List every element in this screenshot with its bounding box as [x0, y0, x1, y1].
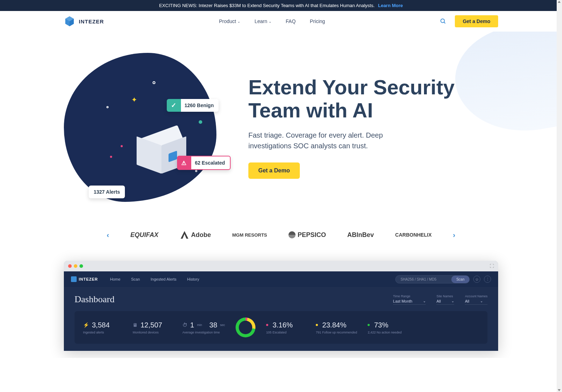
brand-name: INTEZER — [79, 18, 104, 24]
nav-right: Get a Demo — [440, 15, 498, 27]
stat-followup: 23.84% 791 Follow up recommended — [316, 321, 357, 334]
announcement-bar: EXCITING NEWS: Intezer Raises $33M to Ex… — [0, 0, 562, 11]
timer-icon: ⏱ — [182, 322, 187, 328]
hero-title: Extend Your Security Team with AI — [248, 76, 498, 122]
dash-tabs: Home Scan Ingested Alerts History — [105, 274, 204, 284]
nav-links: Product⌄ Learn⌄ FAQ Pricing — [219, 18, 325, 24]
tab-home[interactable]: Home — [105, 274, 125, 284]
dot-icon — [316, 324, 318, 326]
svg-point-3 — [441, 19, 445, 23]
hero-subtitle: Fast triage. Coverage for every alert. D… — [248, 130, 426, 151]
minimize-icon[interactable] — [74, 264, 77, 268]
logo-abinbev: ABInBev — [347, 231, 374, 239]
tab-history[interactable]: History — [182, 274, 204, 284]
adobe-icon — [180, 230, 189, 239]
cube-logo-icon — [71, 276, 77, 282]
logo-carbonhelix: CARBONHELIX — [395, 232, 432, 238]
tab-scan[interactable]: Scan — [126, 274, 145, 284]
chevron-down-icon: ⌄ — [423, 299, 426, 303]
chevron-down-icon: ⌄ — [451, 299, 454, 303]
svg-line-4 — [444, 22, 445, 23]
chevron-down-icon: ⌄ — [237, 20, 240, 23]
dash-logo: INTEZER — [71, 276, 98, 282]
hero-text: Extend Your Security Team with AI Fast t… — [248, 76, 498, 179]
expand-icon[interactable]: ⛶ — [490, 264, 494, 269]
hash-search-input[interactable]: SHA256 / SHA1 / MD5 Scan — [395, 275, 470, 283]
user-icon[interactable]: ☺ — [473, 276, 480, 283]
get-demo-button[interactable]: Get a Demo — [455, 15, 498, 27]
bolt-icon: ⚡ — [83, 322, 89, 328]
stat-noaction: 73% 2,422 No action needed — [368, 321, 407, 334]
chevron-down-icon: ⌄ — [480, 299, 483, 303]
dashboard-window: ⛶ INTEZER Home Scan Ingested Alerts Hist… — [64, 261, 498, 351]
filter-sitenames[interactable]: Site Names All⌄ — [436, 294, 454, 305]
navbar: INTEZER Product⌄ Learn⌄ FAQ Pricing Get … — [0, 11, 562, 32]
customer-logos: ‹ EQUIFAX Adobe MGM RESORTS PEPSICO ABIn… — [0, 216, 562, 254]
dashboard-header: INTEZER Home Scan Ingested Alerts Histor… — [64, 271, 498, 287]
donut-chart — [236, 318, 255, 337]
hero-section: ✦ ✦ 1327 Alerts 1260 Benign 62 Escalated… — [0, 32, 562, 216]
carousel-next[interactable]: › — [453, 231, 455, 239]
stat-monitored: 🖥12,507 Monitored devices — [133, 321, 172, 334]
window-titlebar: ⛶ — [64, 261, 498, 271]
filter-timerange[interactable]: Time Range Last Month⌄ — [393, 294, 426, 305]
dashboard-body: Dashboard Time Range Last Month⌄ Site Na… — [64, 287, 498, 351]
brand-logo[interactable]: INTEZER — [64, 16, 104, 27]
cube-icon — [135, 127, 188, 181]
escalated-badge: 62 Escalated — [177, 156, 231, 170]
announcement-link[interactable]: Learn More — [378, 3, 403, 8]
monitor-icon: 🖥 — [133, 322, 138, 328]
benign-badge: 1260 Benign — [167, 99, 219, 112]
chevron-down-icon: ⌄ — [269, 20, 271, 23]
hero-demo-button[interactable]: Get a Demo — [248, 162, 300, 179]
nav-learn[interactable]: Learn⌄ — [254, 18, 271, 24]
filter-accounts[interactable]: Account Names All⌄ — [465, 294, 487, 305]
stat-ingested: ⚡3,584 Ingested alerts — [83, 321, 122, 334]
hero-illustration: ✦ ✦ 1327 Alerts 1260 Benign 62 Escalated — [64, 53, 227, 202]
dashboard-preview: ⛶ INTEZER Home Scan Ingested Alerts Hist… — [0, 254, 562, 358]
nav-product[interactable]: Product⌄ — [219, 18, 240, 24]
search-icon[interactable] — [440, 18, 446, 24]
cube-logo-icon — [64, 16, 75, 27]
nav-faq[interactable]: FAQ — [286, 18, 296, 24]
scan-button[interactable]: Scan — [451, 276, 469, 283]
traffic-lights — [68, 264, 83, 268]
logo-adobe: Adobe — [180, 230, 211, 239]
dot-icon — [368, 324, 370, 326]
stat-avgtime: ⏱1min 38sec Average investigation time — [182, 321, 225, 334]
nav-pricing[interactable]: Pricing — [310, 18, 325, 24]
alerts-badge: 1327 Alerts — [89, 186, 125, 198]
dashboard-filters: Time Range Last Month⌄ Site Names All⌄ A… — [393, 294, 487, 305]
close-icon[interactable] — [68, 264, 72, 268]
more-icon[interactable]: ⋮ — [484, 276, 491, 283]
stat-escalated: 3.16% 105 Escalated — [266, 321, 305, 334]
logo-equifax: EQUIFAX — [131, 231, 159, 239]
tab-ingested[interactable]: Ingested Alerts — [145, 274, 181, 284]
stats-panel: ⚡3,584 Ingested alerts 🖥12,507 Monitored… — [75, 311, 487, 344]
logo-mgm: MGM RESORTS — [232, 232, 267, 238]
logo-pepsico: PEPSICO — [288, 231, 326, 239]
maximize-icon[interactable] — [79, 264, 83, 268]
dashboard-title: Dashboard — [75, 294, 115, 305]
dash-search-wrap: SHA256 / SHA1 / MD5 Scan ☺ ⋮ — [395, 275, 491, 283]
announcement-text: EXCITING NEWS: Intezer Raises $33M to Ex… — [159, 3, 374, 8]
carousel-prev[interactable]: ‹ — [107, 231, 109, 239]
dot-icon — [266, 324, 268, 326]
